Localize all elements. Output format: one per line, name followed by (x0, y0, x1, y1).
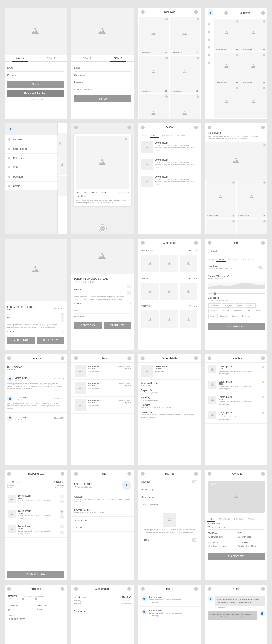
order-item[interactable]: Lorem ipsumUSD 00.00Abc 01, 1234 Deliver… (72, 396, 134, 414)
cvv-input[interactable] (238, 535, 264, 539)
order-now-button[interactable]: ORDER NOW (37, 337, 64, 344)
menu-item-outfits[interactable]: Outfits (4, 163, 58, 172)
touch-id-toggle[interactable] (192, 538, 198, 542)
back-icon[interactable] (7, 587, 11, 591)
password-input[interactable] (74, 79, 131, 86)
outfit-item[interactable]: Lorem ipsumLorem ipsum dolor sit amet, c… (138, 173, 200, 190)
back-icon[interactable] (208, 356, 212, 360)
last-name-input[interactable] (37, 607, 64, 612)
sizes-row[interactable]: SIZES› (74, 307, 131, 314)
product-card[interactable]: Lorem ipsum$$ (206, 180, 236, 218)
action-icon[interactable] (194, 587, 198, 591)
filter-tag[interactable]: Trousers (240, 314, 251, 318)
filter-tag[interactable]: Shoes (235, 304, 244, 308)
product-card[interactable]: Lorem ipsum$$ (240, 19, 266, 52)
shipping-tab-standard[interactable]: STANDARDFree (8, 595, 18, 600)
side-icon[interactable] (208, 31, 210, 33)
share-app-link[interactable]: Share our app› (138, 494, 200, 501)
product-card[interactable]: Lorem ipsum$$ (170, 56, 200, 94)
bag-item[interactable]: Lorem ipsum$$.00Lorem ipsum dolor sit am… (4, 507, 67, 522)
qty-stepper[interactable]: +1− (128, 285, 131, 294)
shipping-tab-nextday[interactable]: NEXT-DAY$$ (35, 595, 44, 600)
last-name-input[interactable] (238, 544, 264, 549)
tab-baby-girls[interactable]: BABY GIRLS (159, 133, 174, 138)
qty-stepper[interactable]: +1− (60, 510, 64, 519)
signin-button[interactable]: Sign-In (7, 81, 64, 88)
sale-toggle[interactable] (258, 266, 264, 269)
action-icon[interactable] (60, 472, 64, 476)
bag-icon[interactable] (262, 380, 264, 390)
action-icon[interactable] (261, 11, 265, 15)
tab-visa[interactable]: VISA (208, 517, 215, 521)
product-card[interactable]: Lorem ipsum$$ (237, 180, 267, 218)
outfit-item[interactable]: Lorem ipsumLorem ipsum dolor sit amet, c… (138, 156, 200, 173)
category-item[interactable] (160, 255, 178, 272)
tab-girls[interactable]: GIRLS (150, 133, 159, 138)
tab-boys[interactable]: BOYS (140, 133, 149, 138)
category-item[interactable] (142, 310, 159, 328)
action-icon[interactable] (128, 587, 131, 591)
tab-signin[interactable]: SIGN-IN (4, 55, 36, 62)
back-icon[interactable] (7, 472, 11, 476)
back-icon[interactable] (141, 126, 144, 129)
colors-row[interactable]: COLORS› (74, 300, 131, 307)
action-icon[interactable] (224, 11, 228, 15)
filter-tag[interactable]: Cardigans (222, 304, 234, 308)
product-card[interactable] (206, 219, 236, 234)
forgot-password-link[interactable]: Forgot password? (7, 99, 64, 101)
back-icon[interactable] (208, 472, 212, 476)
back-icon[interactable] (141, 472, 144, 476)
side-icon[interactable] (208, 54, 210, 56)
qty-stepper[interactable]: +1− (60, 494, 64, 504)
purchase-button[interactable]: PURCHASE NOW (7, 570, 64, 578)
place-order-button[interactable]: PLACE ORDER (208, 553, 265, 560)
shipping-row[interactable]: SHIPPING› (74, 314, 131, 320)
menu-icon[interactable] (141, 10, 144, 14)
tab-baby-girls[interactable]: BABY GIRLS (226, 257, 240, 261)
bag-icon[interactable] (262, 396, 264, 405)
facebook-signin-button[interactable]: Sign-In With Facebook (7, 90, 64, 96)
rate-app-link[interactable]: Rate our app› (138, 486, 200, 494)
action-icon[interactable] (261, 241, 265, 245)
filter-tag[interactable]: Jackets (253, 308, 264, 313)
menu-item-categories[interactable]: Categories (4, 154, 58, 162)
outfit-item[interactable]: Lorem ipsumLorem ipsum dolor sit amet, c… (138, 139, 200, 156)
age-slider[interactable] (208, 294, 265, 294)
email-input[interactable] (74, 64, 131, 72)
avatar-icon[interactable]: 👤 (208, 10, 213, 16)
tab-paypal[interactable]: PAYPAL (246, 517, 256, 521)
action-icon[interactable] (261, 356, 265, 360)
tab-girls[interactable]: GIRLS (216, 257, 226, 261)
tab-signup[interactable]: SIGN-UP (103, 55, 134, 62)
favorite-item[interactable]: Lorem ipsum$$.00Lorem ipsum dolor sit am… (205, 408, 268, 424)
filter-tag[interactable]: Sweaters (217, 314, 229, 318)
tab-signin[interactable]: SIGN-IN (72, 55, 103, 62)
order-now-button[interactable]: ORDER NOW (104, 322, 131, 329)
address-input[interactable] (8, 617, 64, 621)
add-to-bag-button[interactable]: ADD TO BAG (74, 322, 102, 329)
tab-boys[interactable]: BOYS (208, 257, 216, 261)
filter-tag[interactable]: Sweatshirt (208, 304, 221, 308)
camera-button[interactable] (99, 225, 106, 232)
product-card[interactable]: Lorem ipsum$$ (139, 56, 169, 94)
signup-button[interactable]: Sign-Up (74, 95, 131, 102)
action-icon[interactable] (194, 10, 198, 14)
menu-item-bag[interactable]: Shopping bag (4, 144, 58, 153)
password-input[interactable] (7, 72, 64, 79)
action-icon[interactable] (128, 126, 131, 129)
confirm-password-input[interactable] (74, 86, 131, 94)
avatar-icon[interactable]: 👤 (8, 126, 13, 132)
my-reviews-link[interactable]: MY REVIEWS› (72, 516, 134, 524)
fav-icon[interactable] (264, 144, 266, 146)
action-icon[interactable] (261, 126, 265, 129)
bag-icon[interactable] (262, 365, 264, 375)
action-icon[interactable] (128, 472, 131, 476)
back-icon[interactable] (208, 126, 212, 129)
card-number-input[interactable] (208, 525, 264, 530)
first-name-input[interactable] (8, 607, 34, 612)
filter-tag[interactable]: Dresses (232, 308, 243, 313)
tab-mastercard[interactable]: MASTERCARD (216, 517, 232, 521)
back-icon[interactable] (74, 587, 78, 591)
product-card[interactable] (214, 86, 240, 118)
menu-item-orders[interactable]: Orders (4, 182, 58, 190)
